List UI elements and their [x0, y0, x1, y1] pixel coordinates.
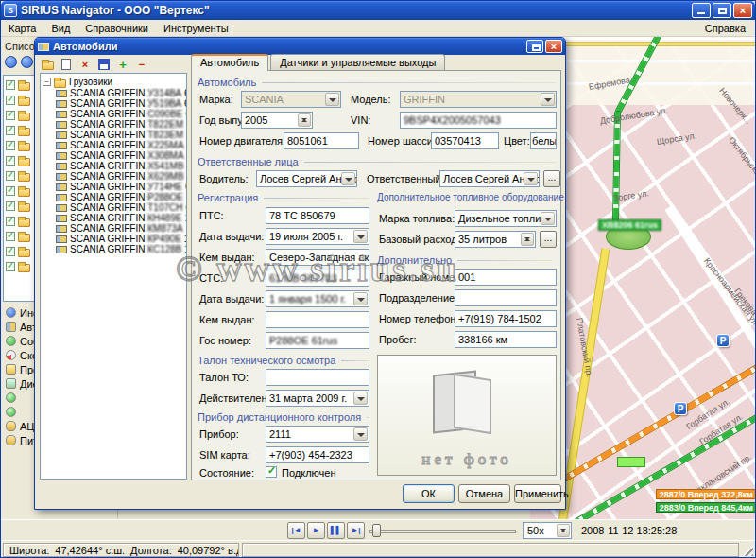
- chevron-down-icon[interactable]: [541, 93, 555, 106]
- remove-button[interactable]: −: [134, 58, 149, 72]
- timeline-slider[interactable]: [369, 523, 516, 538]
- pause-button[interactable]: ▌▌: [327, 522, 345, 539]
- sim-field[interactable]: +7(903) 454-2323: [266, 446, 369, 463]
- sidebar-view-button[interactable]: [5, 56, 17, 68]
- sts-issuer-label: Кем выдан:: [199, 314, 255, 325]
- pts-date-picker[interactable]: 19 июля 2005 г.: [266, 228, 369, 245]
- tree-item-label: SCANIA GRIFFIN Х541МВ 61rus: [70, 161, 186, 171]
- connected-checkbox[interactable]: [266, 466, 277, 478]
- tree-item-vehicle[interactable]: SCANIA GRIFFIN С090ВЕ 61rus: [43, 109, 186, 119]
- menu-item-3[interactable]: Инструменты: [156, 21, 236, 36]
- spinner-icon[interactable]: [521, 233, 534, 246]
- chevron-down-icon[interactable]: [524, 172, 538, 185]
- ok-button[interactable]: ОК: [403, 484, 455, 503]
- speed-stepper[interactable]: 50x: [523, 522, 572, 539]
- chevron-down-icon[interactable]: [541, 212, 555, 225]
- pts-issuer-field[interactable]: Северо-Западная акционерная: [266, 249, 369, 266]
- menu-item-2[interactable]: Справочники: [77, 21, 156, 36]
- tab-vehicle[interactable]: Автомобиль: [191, 54, 268, 71]
- chassis-field[interactable]: 03570413: [431, 132, 499, 149]
- menu-help[interactable]: Справка: [696, 21, 755, 36]
- save-button[interactable]: [96, 58, 112, 72]
- pts-issuer-label: Кем выдан:: [199, 252, 255, 263]
- fuel-rate-stepper[interactable]: 35 литров: [455, 231, 536, 248]
- plate-number: Х629МВ: [147, 171, 183, 182]
- tree-item-vehicle[interactable]: SCANIA GRIFFIN У714НЕ 61rus: [43, 182, 186, 192]
- tree-item-vehicle[interactable]: SCANIA GRIFFIN КН489Е 161rus: [43, 213, 186, 223]
- device-combo[interactable]: 2111: [266, 426, 369, 443]
- parking-icon[interactable]: P: [674, 402, 687, 415]
- parking-icon[interactable]: P: [716, 334, 730, 347]
- tree-root-group[interactable]: − Грузовики: [43, 76, 186, 88]
- plate-number-field[interactable]: Р288ОЕ 61rus: [266, 332, 369, 349]
- skip-start-button[interactable]: |◄: [287, 522, 305, 539]
- vehicle-plate-badge[interactable]: ХВ8206 61rus: [598, 219, 662, 231]
- minimize-button[interactable]: [692, 3, 711, 18]
- folder-icon: [18, 264, 30, 272]
- slider-thumb[interactable]: [372, 524, 381, 537]
- color-field[interactable]: белый: [530, 132, 557, 149]
- mileage-field[interactable]: 338166 км: [455, 331, 557, 348]
- spinner-icon[interactable]: [298, 113, 311, 127]
- spinner-icon[interactable]: [557, 524, 570, 537]
- dialog-toolbar: × + −: [40, 57, 149, 72]
- chevron-down-icon[interactable]: [353, 292, 368, 305]
- valid-until-picker[interactable]: 31 марта 2009 г.: [266, 390, 369, 407]
- engine-field[interactable]: 8051061: [284, 132, 359, 149]
- apply-button[interactable]: Применить: [514, 484, 561, 503]
- resize-grip[interactable]: [742, 545, 753, 556]
- skip-end-button[interactable]: ►|: [347, 522, 365, 539]
- tree-item-vehicle[interactable]: SCANIA GRIFFIN Х308МА 61rus: [43, 150, 186, 161]
- sts-field[interactable]: 61 МВ 667788: [266, 270, 369, 287]
- year-stepper[interactable]: 2005: [241, 112, 313, 129]
- pts-field[interactable]: 78 ТС 850679: [266, 207, 369, 224]
- tab-sensors[interactable]: Датчики и управляемые выходы: [270, 54, 445, 70]
- vin-field[interactable]: 9BSP4X2005057043: [400, 112, 557, 129]
- cancel-button[interactable]: Отмена: [458, 484, 510, 503]
- tree-item-vehicle[interactable]: SCANIA GRIFFIN КМ873А 161rus: [43, 223, 186, 234]
- tree-item-vehicle[interactable]: SCANIA GRIFFIN Т823ЕМ 61rus: [43, 130, 186, 140]
- tree-item-vehicle[interactable]: SCANIA GRIFFIN КС128В 161rus: [43, 244, 186, 254]
- maximize-button[interactable]: [713, 3, 731, 18]
- tree-item-vehicle[interactable]: SCANIA GRIFFIN Х225МА 61rus: [43, 140, 186, 150]
- division-field[interactable]: [455, 289, 557, 306]
- driver-combo[interactable]: Лосев Сергей Анатольевич: [256, 170, 357, 187]
- chevron-down-icon[interactable]: [325, 93, 339, 106]
- delete-button[interactable]: ×: [77, 58, 93, 72]
- sts-issuer-field[interactable]: [266, 311, 369, 328]
- brand-combo[interactable]: SCANIA: [241, 91, 341, 108]
- sts-date-picker[interactable]: 1 января 1500 г.: [266, 290, 369, 307]
- responsible-combo[interactable]: Лосев Сергей Анатольевич: [439, 170, 540, 187]
- menu-item-0[interactable]: Карта: [1, 21, 43, 36]
- tree-item-vehicle[interactable]: SCANIA GRIFFIN У519ВА 61rus: [43, 98, 186, 109]
- model-combo[interactable]: GRIFFIN: [400, 91, 557, 108]
- chevron-down-icon[interactable]: [353, 230, 368, 243]
- chevron-down-icon[interactable]: [353, 392, 368, 405]
- new-item-button[interactable]: [59, 58, 74, 72]
- tree-item-vehicle[interactable]: SCANIA GRIFFIN Х541МВ 61rus: [43, 161, 186, 171]
- tree-item-vehicle[interactable]: SCANIA GRIFFIN КР490Е 161rus: [43, 234, 186, 244]
- tree-item-vehicle[interactable]: SCANIA GRIFFIN Х629МВ 61rus: [43, 171, 186, 182]
- close-button[interactable]: ×: [733, 3, 752, 18]
- collapse-icon[interactable]: −: [43, 78, 51, 86]
- play-button[interactable]: ►: [307, 522, 325, 539]
- fuel-browse-button[interactable]: ...: [540, 231, 557, 248]
- checkbox-icon: [6, 126, 15, 135]
- responsible-browse-button[interactable]: ...: [543, 170, 560, 187]
- chevron-down-icon[interactable]: [341, 172, 355, 185]
- ticket-field[interactable]: [266, 369, 369, 386]
- tree-item-vehicle[interactable]: SCANIA GRIFFIN Т822ЕМ 61rus: [43, 119, 186, 130]
- dialog-close-button[interactable]: ×: [545, 40, 562, 53]
- tree-item-vehicle[interactable]: SCANIA GRIFFIN У314ВА 61rus: [43, 88, 186, 98]
- phone-field[interactable]: +7(919) 784-1502: [455, 310, 557, 327]
- garage-field[interactable]: 001: [455, 269, 557, 286]
- tree-item-vehicle[interactable]: SCANIA GRIFFIN Р288ОЕ 61rus: [43, 192, 186, 202]
- menu-item-1[interactable]: Вид: [43, 21, 77, 36]
- add-group-button[interactable]: [40, 58, 55, 72]
- add-button[interactable]: +: [115, 58, 130, 72]
- chevron-down-icon[interactable]: [353, 427, 368, 441]
- sidebar-filter-button[interactable]: [21, 56, 33, 68]
- tree-item-vehicle[interactable]: SCANIA GRIFFIN Т107СН 61rus: [43, 202, 186, 213]
- fuel-brand-combo[interactable]: Дизельное топливо: [455, 210, 557, 227]
- dialog-maximize-button[interactable]: [526, 40, 543, 53]
